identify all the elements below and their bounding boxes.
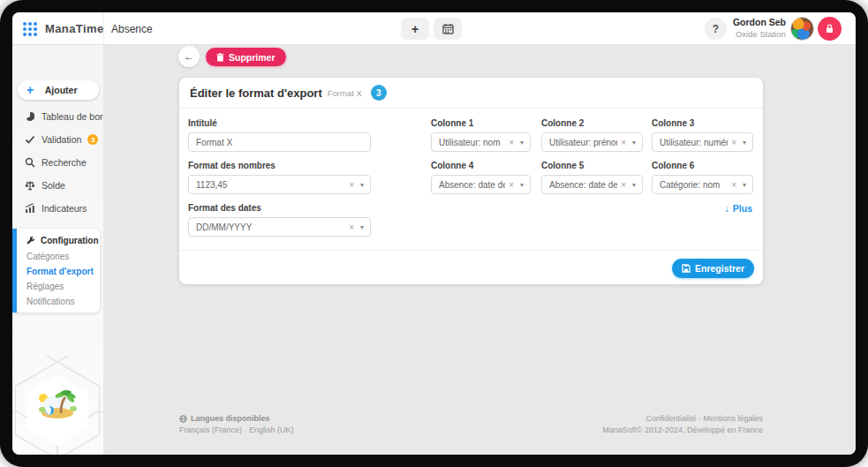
check-icon — [25, 134, 35, 145]
user-block: Gordon Seb Oxide Station — [715, 17, 786, 40]
colonne2-value: Utilisateur: prénom — [549, 138, 617, 147]
lock-icon — [825, 24, 834, 34]
colonne1-select[interactable]: Utilisateur: nom × ▾ — [431, 132, 531, 152]
format-dates-value: DD/MM/YYYY — [196, 222, 345, 232]
sidebar-item-label: Indicateurs — [42, 203, 87, 214]
calendar-icon — [442, 23, 454, 34]
chevron-down-icon[interactable]: ▾ — [630, 181, 642, 189]
colonne3-label: Colonne 3 — [652, 118, 694, 128]
manatime-logo-icon — [23, 22, 37, 36]
chevron-down-icon[interactable]: ▾ — [517, 181, 530, 189]
chevron-down-icon[interactable]: ▾ — [740, 181, 752, 189]
sidebar-item-notifications[interactable]: Notifications — [17, 294, 100, 309]
sidebar-item-label: Recherche — [42, 157, 87, 168]
add-quick-button[interactable]: + — [401, 18, 429, 40]
colonne5-select[interactable]: Absence: date de fin × ▾ — [541, 175, 643, 194]
globe-icon — [179, 415, 187, 423]
back-arrow-icon: ← — [184, 50, 194, 63]
format-dates-select[interactable]: DD/MM/YYYY × ▾ — [188, 217, 371, 237]
brand-name: ManaTime — [45, 22, 104, 35]
save-button-label: Enregistrer — [695, 263, 744, 274]
sidebar-item-reglages[interactable]: Réglages — [17, 279, 100, 294]
colonne6-value: Catégorie: nom — [660, 180, 728, 190]
palm-beach-icon — [39, 390, 77, 418]
colonne5-value: Absence: date de fin — [549, 180, 617, 190]
colonne4-select[interactable]: Absence: date de d... × ▾ — [431, 175, 531, 194]
colonne1-value: Utilisateur: nom — [439, 138, 505, 147]
colonne6-select[interactable]: Catégorie: nom × ▾ — [652, 175, 753, 194]
chevron-down-icon[interactable]: ▾ — [740, 139, 752, 147]
sidebar-item-recherche[interactable]: Recherche — [12, 151, 103, 174]
format-nombres-value: 1123,45 — [196, 180, 345, 190]
colonne3-select[interactable]: Utilisateur: numéro ... × ▾ — [652, 132, 753, 152]
intitule-input[interactable] — [188, 132, 371, 152]
clear-icon[interactable]: × — [728, 138, 740, 147]
delete-button[interactable]: Supprimer — [206, 48, 286, 66]
plus-link[interactable]: ↓ Plus — [725, 203, 752, 214]
clear-icon[interactable]: × — [505, 180, 517, 190]
clear-icon[interactable]: × — [505, 138, 517, 147]
copyright-line: ManaSoft© 2012-2024, Développé en France — [602, 425, 763, 436]
format-dates-label: Format des dates — [188, 203, 261, 213]
beach-illustration — [12, 356, 103, 455]
chevron-down-icon[interactable]: ▾ — [630, 139, 642, 147]
plus-icon: + — [411, 22, 419, 36]
configuration-title: Configuration — [41, 236, 99, 245]
brand[interactable]: ManaTime — [23, 12, 104, 45]
format-nombres-label: Format des nombres — [188, 161, 275, 170]
colonne1-label: Colonne 1 — [431, 118, 473, 128]
sidebar-nav: Tableau de bord Validation 3 Recherche — [12, 105, 103, 220]
legal-links[interactable]: Confidentialité · Mentions légales — [602, 413, 763, 425]
colonne2-select[interactable]: Utilisateur: prénom × ▾ — [541, 132, 643, 152]
clear-icon[interactable]: × — [617, 180, 630, 190]
validation-count-badge: 3 — [87, 134, 98, 145]
header-divider — [179, 108, 763, 109]
trash-icon — [216, 53, 224, 62]
format-nombres-select[interactable]: 1123,45 × ▾ — [188, 175, 371, 194]
configuration-header: Configuration — [17, 229, 100, 249]
footer-divider — [179, 250, 763, 251]
sidebar-item-solde[interactable]: Solde — [12, 174, 103, 197]
user-name: Gordon Seb — [715, 17, 786, 28]
chevron-down-icon[interactable]: ▾ — [517, 139, 530, 147]
language-links[interactable]: Français (France) · English (UK) — [179, 425, 294, 436]
colonne4-label: Colonne 4 — [431, 161, 473, 170]
configuration-card: Configuration Catégories Format d'export… — [12, 229, 100, 313]
card-header: Éditer le format d'export Format X 3 — [190, 78, 387, 108]
clear-icon[interactable]: × — [345, 222, 358, 232]
page-title: Absence — [111, 12, 153, 45]
logout-button[interactable] — [818, 17, 842, 41]
add-button[interactable]: + Ajouter — [18, 80, 99, 100]
export-format-card: Éditer le format d'export Format X 3 Int… — [179, 78, 763, 284]
card-title: Éditer le format d'export — [190, 87, 322, 100]
languages-title: Langues disponibles — [191, 413, 270, 425]
delete-button-label: Supprimer — [229, 52, 275, 63]
clear-icon[interactable]: × — [728, 180, 740, 190]
colonne4-value: Absence: date de d... — [439, 180, 505, 190]
sidebar-item-format-export[interactable]: Format d'export — [17, 264, 100, 279]
user-organization: Oxide Station — [715, 28, 786, 40]
sidebar: + Ajouter Tableau de bord Validation 3 — [12, 45, 103, 455]
sidebar-item-categories[interactable]: Catégories — [17, 249, 100, 264]
plus-icon: + — [26, 83, 34, 97]
search-icon — [25, 157, 35, 168]
colonne6-label: Colonne 6 — [652, 161, 694, 170]
chevron-down-icon[interactable]: ▾ — [358, 181, 370, 189]
avatar[interactable] — [790, 17, 814, 41]
clear-icon[interactable]: × — [617, 138, 630, 147]
calendar-button[interactable] — [434, 18, 462, 40]
add-button-label: Ajouter — [34, 85, 88, 95]
back-button[interactable]: ← — [178, 46, 200, 67]
sidebar-item-tableau-de-bord[interactable]: Tableau de bord — [12, 105, 103, 128]
sidebar-item-indicateurs[interactable]: Indicateurs — [12, 197, 103, 220]
colonne3-value: Utilisateur: numéro ... — [660, 138, 728, 147]
topbar-divider — [103, 12, 104, 45]
chart-icon — [25, 203, 35, 214]
sidebar-item-validation[interactable]: Validation 3 — [12, 128, 103, 151]
save-button[interactable]: Enregistrer — [672, 259, 754, 278]
chevron-down-icon[interactable]: ▾ — [358, 223, 370, 231]
clear-icon[interactable]: × — [345, 180, 358, 190]
topbar: ManaTime Absence + ? Gordon Seb Oxide St… — [12, 12, 856, 45]
sidebar-item-label: Solde — [42, 180, 65, 191]
sidebar-item-label: Validation — [42, 134, 81, 145]
